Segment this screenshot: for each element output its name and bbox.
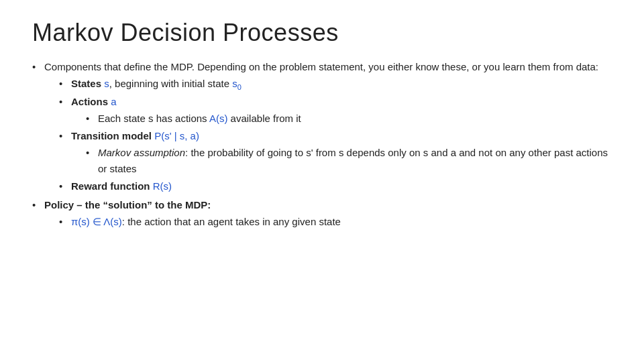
sub-list-actions: Each state s has actions A(s) available … (71, 111, 612, 126)
text-components: Components that define the MDP. Dependin… (44, 61, 598, 72)
text-transition-formula: P(s' | s, a) (154, 130, 199, 141)
text-reward-label: Reward function (71, 180, 153, 192)
slide-content: Components that define the MDP. Dependin… (32, 59, 612, 230)
text-states-label: States (71, 78, 104, 89)
list-item-states: States s, beginning with initial state s… (59, 76, 612, 91)
text-policy-label: Policy – the “solution” to the MDP: (44, 199, 211, 210)
text-actions-avail: available from it (227, 113, 301, 124)
list-item-policy: Policy – the “solution” to the MDP: π(s)… (32, 197, 612, 230)
text-policy-desc: : the action that an agent takes in any … (122, 216, 341, 227)
text-states-s: s (104, 78, 109, 89)
text-states-rest: , beginning with initial state (109, 78, 232, 89)
text-actions-a: a (111, 96, 116, 107)
text-actions-label: Actions (71, 96, 111, 107)
text-actions-As: A(s) (209, 113, 228, 124)
sub-list-components: States s, beginning with initial state s… (44, 76, 612, 194)
text-markov-label: Markov assumption (98, 147, 185, 158)
text-policy-formula: π(s) ∈ Λ(s) (71, 216, 122, 227)
text-sub-0: 0 (237, 83, 241, 91)
text-actions-each: Each state s has actions (98, 113, 209, 124)
sub-list-transition: Markov assumption: the probability of go… (71, 145, 612, 176)
main-list: Components that define the MDP. Dependin… (32, 59, 612, 230)
list-item-reward: Reward function R(s) (59, 178, 612, 194)
list-item-components: Components that define the MDP. Dependin… (32, 59, 612, 194)
slide-title: Markov Decision Processes (32, 19, 612, 47)
list-item-policy-detail: π(s) ∈ Λ(s): the action that an agent ta… (59, 214, 612, 229)
list-item-transition: Transition model P(s' | s, a) Markov ass… (59, 128, 612, 176)
text-reward-formula: R(s) (153, 180, 172, 192)
list-item-actions: Actions a Each state s has actions A(s) … (59, 94, 612, 127)
slide: Markov Decision Processes Components tha… (0, 0, 644, 362)
list-item-markov: Markov assumption: the probability of go… (86, 145, 612, 176)
text-states-s0: s0 (232, 78, 241, 89)
text-transition-label: Transition model (71, 130, 154, 141)
list-item-actions-detail: Each state s has actions A(s) available … (86, 111, 612, 126)
sub-list-policy: π(s) ∈ Λ(s): the action that an agent ta… (44, 214, 612, 229)
